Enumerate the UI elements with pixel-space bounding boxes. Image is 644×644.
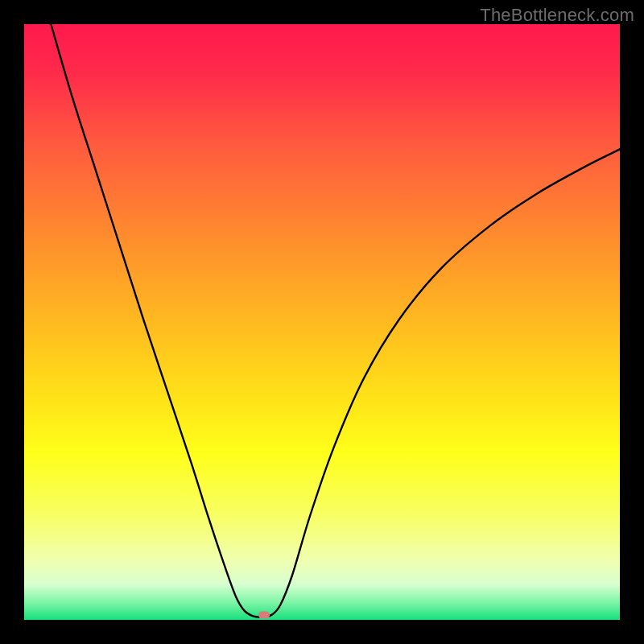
plot-area [24, 24, 620, 620]
chart-frame: TheBottleneck.com [0, 0, 644, 644]
watermark-label: TheBottleneck.com [480, 5, 634, 26]
bottleneck-curve [24, 24, 620, 620]
optimal-point-marker [258, 612, 270, 619]
